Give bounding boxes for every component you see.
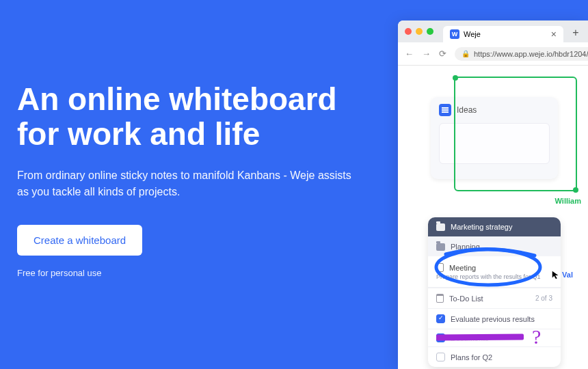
folder-icon (436, 223, 445, 231)
hero-subtitle: From ordinary online sticky notes to man… (17, 167, 359, 200)
cursor-label: Val (562, 271, 573, 279)
whiteboard-canvas[interactable]: Ideas William Marketing strategy Plannin… (398, 66, 588, 369)
marketing-card[interactable]: Marketing strategy Planning Meeting Prep… (428, 217, 561, 367)
browser-mockup: W Weje × + ← → ⟳ 🔒 https://www.app.weje.… (398, 20, 588, 369)
tab-close-icon[interactable]: × (551, 29, 557, 40)
hero-note: Free for personal use (17, 268, 359, 278)
todo-count: 2 of 3 (535, 295, 552, 302)
todo-item-label: Evaluate previous results (451, 315, 535, 323)
checkbox-checked-icon[interactable] (436, 314, 445, 323)
favicon-icon: W (450, 29, 459, 39)
user-label-william: William (555, 197, 581, 205)
folder-icon (436, 243, 445, 251)
reload-icon[interactable]: ⟳ (439, 49, 446, 59)
ideas-card-body[interactable] (439, 123, 550, 164)
page-icon (436, 263, 444, 272)
todo-label: To-Do List (449, 295, 483, 303)
todo-item-plans[interactable]: Plans for Q2 (428, 346, 561, 367)
create-whiteboard-button[interactable]: Create a whiteboard (17, 225, 142, 256)
url-text: https://www.app.weje.io/hbdr1204/ (474, 50, 588, 58)
ideas-card-title: Ideas (457, 105, 477, 115)
back-icon[interactable]: ← (405, 49, 414, 59)
hero-title: An online whiteboard for work and life (17, 82, 359, 151)
document-icon (439, 104, 451, 116)
url-bar[interactable]: 🔒 https://www.app.weje.io/hbdr1204/ (455, 47, 588, 61)
ideas-card[interactable]: Ideas (431, 97, 558, 179)
clipboard-icon (436, 294, 444, 303)
browser-titlebar: W Weje × + (398, 20, 588, 42)
new-tab-button[interactable]: + (570, 27, 581, 38)
marketing-title: Marketing strategy (451, 223, 512, 231)
todo-item-label: Plans for Q2 (451, 353, 492, 361)
remote-cursor-val: Val (551, 270, 573, 279)
close-icon[interactable] (405, 28, 412, 35)
browser-toolbar: ← → ⟳ 🔒 https://www.app.weje.io/hbdr1204… (398, 42, 588, 66)
checkbox-checked-icon[interactable] (436, 333, 445, 342)
minimize-icon[interactable] (416, 28, 423, 35)
planning-section[interactable]: Planning (428, 236, 561, 256)
todo-item-evaluate[interactable]: Evaluate previous results (428, 308, 561, 329)
marketing-card-header[interactable]: Marketing strategy (428, 217, 561, 236)
browser-tab[interactable]: W Weje × (443, 26, 563, 42)
checkbox-unchecked-icon[interactable] (436, 353, 445, 361)
planning-label: Planning (451, 243, 480, 251)
meeting-label: Meeting (449, 264, 476, 272)
meeting-row[interactable]: Meeting (428, 256, 561, 273)
todo-item-documents[interactable]: Documents (428, 329, 561, 346)
maximize-icon[interactable] (427, 28, 433, 35)
meeting-note: Prepare reports with the results for Q1 (428, 273, 561, 288)
tab-title: Weje (464, 30, 481, 38)
todo-header[interactable]: To-Do List 2 of 3 (428, 288, 561, 308)
todo-item-label: Documents (451, 334, 489, 342)
lock-icon: 🔒 (462, 50, 470, 57)
forward-icon[interactable]: → (422, 49, 431, 59)
